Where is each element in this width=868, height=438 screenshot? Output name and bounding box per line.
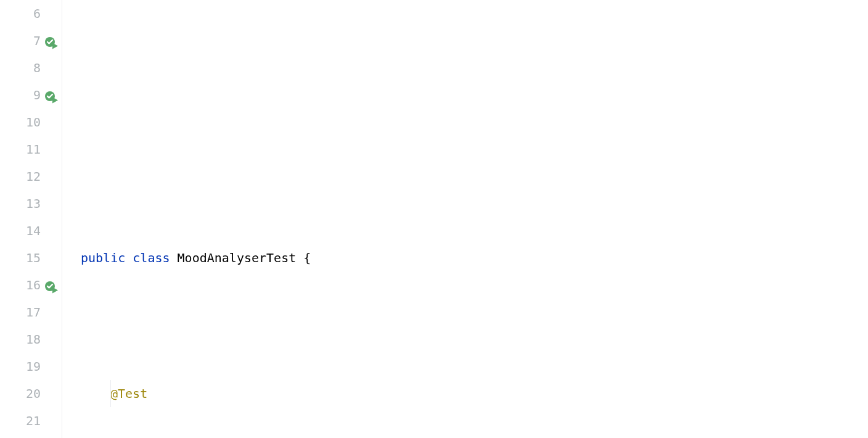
code-line[interactable] [81, 109, 868, 136]
gutter: 67 89 10111213141516 1718192021 [0, 0, 62, 438]
line-number: 11 [2, 136, 41, 163]
line-number: 14 [2, 217, 41, 244]
gutter-row: 11 [0, 136, 62, 163]
gutter-row: 18 [0, 326, 62, 353]
gutter-row: 9 [0, 81, 62, 109]
gutter-row: 15 [0, 244, 62, 271]
code-editor[interactable]: public class MoodAnalyserTest { @Test vo… [81, 0, 868, 438]
gutter-row: 14 [0, 217, 62, 244]
gutter-row: 7 [0, 27, 62, 54]
line-number: 16 [2, 271, 41, 299]
line-number: 10 [2, 109, 41, 136]
gutter-row: 12 [0, 163, 62, 190]
gutter-row: 16 [0, 271, 62, 299]
line-number: 13 [2, 190, 41, 217]
run-test-icon[interactable] [44, 33, 59, 48]
line-number: 20 [2, 380, 41, 407]
keyword-public: public [81, 244, 125, 271]
code-line[interactable]: @Test [81, 380, 868, 407]
line-number: 7 [2, 27, 41, 54]
gutter-row: 8 [0, 54, 62, 81]
run-test-icon[interactable] [44, 278, 59, 292]
line-number: 19 [2, 353, 41, 380]
gutter-row: 20 [0, 380, 62, 407]
gutter-row: 13 [0, 190, 62, 217]
line-number: 6 [2, 0, 41, 27]
line-number: 8 [2, 54, 41, 81]
brace-open: { [303, 244, 311, 271]
line-number: 15 [2, 244, 41, 271]
run-test-icon[interactable] [44, 88, 59, 102]
gutter-divider [62, 0, 62, 438]
gutter-row: 19 [0, 353, 62, 380]
class-name: MoodAnalyserTest [178, 244, 297, 271]
gutter-row: 10 [0, 109, 62, 136]
line-number: 9 [2, 81, 41, 109]
code-line[interactable]: public class MoodAnalyserTest { [81, 244, 868, 271]
line-number: 17 [2, 299, 41, 326]
keyword-class: class [133, 244, 170, 271]
gutter-row: 21 [0, 407, 62, 434]
line-number: 18 [2, 326, 41, 353]
line-number: 12 [2, 163, 41, 190]
gutter-row: 17 [0, 299, 62, 326]
line-number: 21 [2, 407, 41, 434]
gutter-row: 6 [0, 0, 62, 27]
annotation-test: @Test [110, 380, 147, 407]
